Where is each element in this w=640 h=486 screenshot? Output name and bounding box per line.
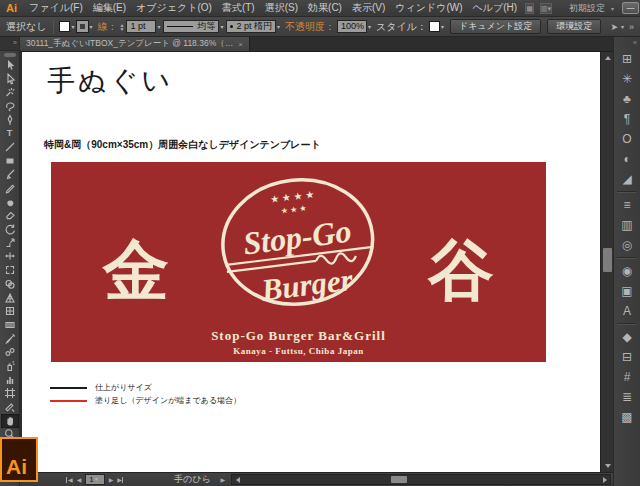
blob-brush-tool[interactable]: [1, 195, 19, 209]
artboard-number-field[interactable]: 1 ▾: [85, 474, 104, 485]
lasso-tool[interactable]: [1, 99, 19, 113]
rotate-tool[interactable]: [1, 222, 19, 236]
tools-collapse-icon[interactable]: »: [0, 37, 19, 51]
styles-panel-icon[interactable]: ▣: [617, 281, 638, 301]
eyedropper-tool[interactable]: [1, 332, 19, 346]
stroke-profile-field[interactable]: 均等: [163, 20, 219, 33]
flag-panel-icon[interactable]: ¶: [617, 109, 638, 129]
blend-circle-panel-icon[interactable]: ◎: [617, 235, 638, 255]
menu-item-8[interactable]: ヘルプ(H): [468, 2, 523, 13]
stroke-color-swatch[interactable]: [77, 21, 88, 32]
horizontal-scrollbar[interactable]: [231, 474, 611, 485]
minimize-button[interactable]: —: [622, 2, 639, 14]
scale-tool[interactable]: [1, 236, 19, 250]
stroke-width-caret-icon[interactable]: ▾: [157, 23, 160, 30]
menu-item-6[interactable]: 表示(V): [347, 2, 390, 13]
club-panel-icon[interactable]: ♣: [617, 89, 638, 109]
direct-selection-tool[interactable]: [1, 72, 19, 86]
artboard-canvas[interactable]: 手ぬぐい 特岡&岡（90cm×35cm）周囲余白なしデザインテンプレート 金 谷…: [22, 52, 600, 472]
stroke-link[interactable]: 線：: [98, 20, 118, 34]
tab-close-icon[interactable]: ×: [238, 40, 243, 49]
grid-panel-icon[interactable]: ⊞: [617, 49, 638, 69]
rectangle-tool[interactable]: [1, 154, 19, 168]
options-caret-icon[interactable]: ▾: [621, 23, 624, 30]
artboards-panel-icon[interactable]: ⊟: [617, 347, 638, 367]
eraser-tool[interactable]: [1, 209, 19, 223]
palette-panel-icon[interactable]: ◐: [617, 149, 638, 169]
opacity-link[interactable]: 不透明度：: [285, 20, 335, 34]
opacity-field[interactable]: 100%: [337, 20, 367, 33]
menu-item-1[interactable]: 編集(E): [88, 2, 131, 13]
mesh-tool[interactable]: [1, 304, 19, 318]
symbol-sprayer-tool[interactable]: [1, 359, 19, 373]
column-graph-tool[interactable]: [1, 373, 19, 387]
scroll-left-icon[interactable]: [232, 475, 243, 484]
scroll-down-icon[interactable]: [601, 460, 614, 472]
character-panel-icon[interactable]: A: [617, 301, 638, 321]
style-swatch[interactable]: [429, 21, 440, 32]
perspective-grid-tool[interactable]: [1, 291, 19, 305]
hand-tool[interactable]: [1, 414, 19, 428]
selection-tool-options-icon[interactable]: ➤: [610, 22, 618, 32]
stroke-caret-icon[interactable]: ▾: [89, 23, 92, 30]
menu-item-0[interactable]: ファイル(F): [24, 2, 88, 13]
vertical-scrollbar[interactable]: [600, 52, 613, 472]
width-tool[interactable]: [1, 250, 19, 264]
brush-field[interactable]: 2 pt 楕円: [226, 20, 276, 33]
stroke-width-field[interactable]: 1 pt: [126, 20, 156, 33]
wedge-panel-icon[interactable]: ◢: [617, 169, 638, 189]
stroke-width-stepper[interactable]: ▲▼: [120, 23, 125, 31]
gradient-box-panel-icon[interactable]: ▥: [617, 215, 638, 235]
bridge-icon[interactable]: ▦: [525, 3, 534, 14]
style-caret-icon[interactable]: ▾: [441, 23, 444, 30]
menu-item-4[interactable]: 選択(S): [260, 2, 303, 13]
vertical-scroll-thumb[interactable]: [603, 248, 612, 272]
sparkle-panel-icon[interactable]: ✳: [617, 69, 638, 89]
scroll-up-icon[interactable]: [601, 52, 614, 64]
pathfinder-panel-icon[interactable]: ▩: [617, 407, 638, 427]
preferences-button[interactable]: 環境設定: [547, 19, 601, 34]
collapse-controlbar-icon[interactable]: »: [629, 22, 634, 32]
scroll-right-icon[interactable]: [599, 475, 610, 484]
selection-tool[interactable]: [1, 58, 19, 72]
circle-panel-icon[interactable]: O: [617, 129, 638, 149]
arrange-documents-icon[interactable]: ▥▾: [540, 3, 552, 14]
magic-wand-tool[interactable]: [1, 85, 19, 99]
line-segment-tool[interactable]: [1, 140, 19, 154]
last-artboard-icon[interactable]: ▶: [115, 476, 126, 483]
document-tab[interactable]: 30111_手ぬぐいITBOX_テンプレート @ 118.36%（CMYK/プレ…: [20, 37, 250, 51]
transform-panel-icon[interactable]: #: [617, 367, 638, 387]
status-popup-icon[interactable]: ▶: [221, 476, 226, 483]
menu-item-2[interactable]: オブジェクト(O): [131, 2, 217, 13]
pen-tool[interactable]: [1, 113, 19, 127]
menu-item-7[interactable]: ウィンドウ(W): [390, 2, 467, 13]
first-artboard-icon[interactable]: ◀: [64, 476, 75, 483]
fill-caret-icon[interactable]: ▾: [71, 23, 74, 30]
menu-item-3[interactable]: 書式(T): [217, 2, 260, 13]
layers-panel-icon[interactable]: ◆: [617, 327, 638, 347]
free-transform-tool[interactable]: [1, 263, 19, 277]
slice-tool[interactable]: [1, 400, 19, 414]
next-artboard-icon[interactable]: ▶: [107, 476, 116, 483]
type-tool[interactable]: T: [1, 126, 19, 140]
opacity-caret-icon[interactable]: ▾: [368, 23, 371, 30]
pencil-tool[interactable]: [1, 181, 19, 195]
horizontal-scroll-thumb[interactable]: [391, 476, 407, 483]
fill-color-swatch[interactable]: [59, 21, 70, 32]
tools-grip[interactable]: [4, 53, 16, 57]
paintbrush-tool[interactable]: [1, 168, 19, 182]
document-setup-button[interactable]: ドキュメント設定: [450, 19, 541, 34]
tenugui-banner[interactable]: 金 谷 ★ ★ ★ ★ ★ ★ ★ Stop-Go Burger: [51, 162, 546, 362]
blend-tool[interactable]: [1, 345, 19, 359]
artboard-tool[interactable]: [1, 387, 19, 401]
stroke-lines-panel-icon[interactable]: ≡: [617, 195, 638, 215]
shape-builder-tool[interactable]: [1, 277, 19, 291]
gradient-tool[interactable]: [1, 318, 19, 332]
brush-caret-icon[interactable]: ▾: [277, 23, 280, 30]
prev-artboard-icon[interactable]: ◀: [75, 476, 84, 483]
align-panel-icon[interactable]: ≣: [617, 387, 638, 407]
dock-collapse-icon[interactable]: «: [614, 37, 640, 49]
workspace-switcher[interactable]: 初期設定: [569, 2, 605, 15]
appearance-panel-icon[interactable]: ◉: [617, 261, 638, 281]
stroke-profile-caret-icon[interactable]: ▾: [220, 23, 223, 30]
